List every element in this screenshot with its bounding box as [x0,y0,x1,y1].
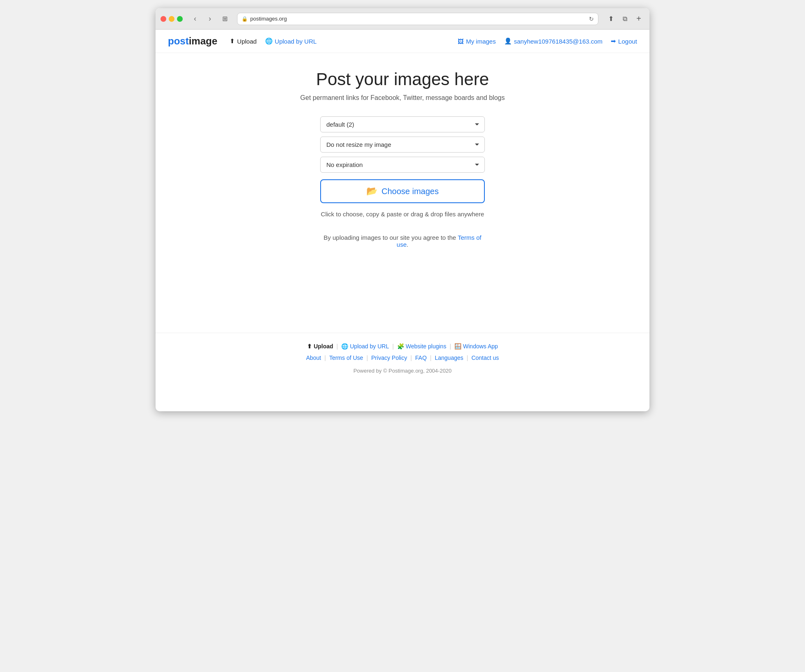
upload-url-nav-link[interactable]: 🌐 Upload by URL [265,37,317,45]
footer-terms-label: Terms of Use [329,355,363,361]
footer-languages-label: Languages [435,355,463,361]
terms-text: By uploading images to our site you agre… [320,234,485,248]
footer-windows-label: Windows App [463,343,498,350]
lock-icon: 🔒 [242,16,248,22]
my-images-link[interactable]: 🖼 My images [458,38,496,45]
terms-suffix: . [407,241,408,248]
footer-privacy-label: Privacy Policy [371,355,407,361]
drag-drop-text: Click to choose, copy & paste or drag & … [321,211,484,218]
site-nav: postimage ⬆ Upload 🌐 Upload by URL 🖼 My … [156,30,649,53]
logout-icon: ➡ [611,37,616,45]
main-content: Post your images here Get permanent link… [156,53,649,333]
footer-upload-label: Upload [314,343,333,350]
tabs-button[interactable]: ⧉ [619,13,631,25]
footer-sub-sep-4: | [430,355,432,361]
footer-terms-link[interactable]: Terms of Use [329,355,363,361]
share-button[interactable]: ⬆ [605,13,617,25]
footer-sub-sep-1: | [324,355,326,361]
footer-upload-url-link[interactable]: 🌐 Upload by URL [341,343,389,350]
page-content: postimage ⬆ Upload 🌐 Upload by URL 🖼 My … [156,30,649,384]
url-text: postimages.org [250,16,287,22]
footer-faq-link[interactable]: FAQ [415,355,427,361]
footer-sub-sep-2: | [366,355,368,361]
footer-sub-sep-5: | [467,355,468,361]
footer-privacy-link[interactable]: Privacy Policy [371,355,407,361]
browser-actions: ⬆ ⧉ + [605,13,644,25]
expiration-select[interactable]: No expiration 1 hour 1 day 1 week 1 mont… [320,157,485,173]
back-button[interactable]: ‹ [189,13,201,25]
page-title: Post your images here [164,70,641,89]
user-email: sanyhew1097618435@163.com [514,38,603,45]
user-icon: 👤 [504,37,512,45]
footer-windows-link[interactable]: 🪟 Windows App [454,343,498,350]
sidebar-toggle-button[interactable]: ⊞ [219,13,230,25]
footer-sep-3: | [449,343,451,350]
choose-images-label: Choose images [382,187,439,196]
folder-icon: 📂 [366,186,377,197]
footer-powered: Powered by © Postimage.org, 2004-2020 [164,368,641,374]
choose-images-button[interactable]: 📂 Choose images [320,179,485,203]
footer-contact-label: Contact us [471,355,499,361]
user-email-link[interactable]: 👤 sanyhew1097618435@163.com [504,37,603,45]
footer-plugins-label: Website plugins [406,343,447,350]
footer-upload-link[interactable]: ⬆ Upload [307,343,333,350]
logo-image: image [189,35,217,47]
globe-icon: 🌐 [265,37,273,45]
traffic-lights [161,16,183,22]
logout-label: Logout [618,38,637,45]
footer-sub-sep-3: | [410,355,412,361]
upload-nav-label: Upload [237,38,257,45]
footer-languages-link[interactable]: Languages [435,355,463,361]
reload-button[interactable]: ↻ [589,16,594,22]
footer-plugins-icon: 🧩 [397,343,404,350]
maximize-button[interactable] [177,16,183,22]
footer-about-link[interactable]: About [306,355,321,361]
footer-sep-2: | [392,343,394,350]
terms-prefix: By uploading images to our site you agre… [323,234,456,241]
footer-sep-1: | [337,343,338,350]
footer-windows-icon: 🪟 [454,343,461,350]
close-button[interactable] [161,16,166,22]
upload-nav-link[interactable]: ⬆ Upload [230,37,257,45]
address-bar: 🔒 postimages.org ↻ [237,13,598,25]
forward-button[interactable]: › [204,13,216,25]
footer-sub-links: About | Terms of Use | Privacy Policy | … [164,355,641,361]
resize-select[interactable]: Do not resize my image 320x240 640x480 8… [320,137,485,153]
logo-link[interactable]: postimage [168,35,217,47]
footer-contact-link[interactable]: Contact us [471,355,499,361]
upload-url-nav-label: Upload by URL [275,38,317,45]
browser-window: ‹ › ⊞ 🔒 postimages.org ↻ ⬆ ⧉ + postimage… [156,8,649,411]
footer-upload-url-label: Upload by URL [350,343,389,350]
site-footer: ⬆ Upload | 🌐 Upload by URL | 🧩 Website p… [156,333,649,384]
logout-link[interactable]: ➡ Logout [611,37,637,45]
upload-controls: default (2) No gallery New gallery Do no… [320,116,485,248]
footer-faq-label: FAQ [415,355,427,361]
footer-main-links: ⬆ Upload | 🌐 Upload by URL | 🧩 Website p… [164,343,641,350]
my-images-label: My images [466,38,496,45]
nav-right: 🖼 My images 👤 sanyhew1097618435@163.com … [458,37,637,45]
logo-post: post [168,35,189,47]
footer-about-label: About [306,355,321,361]
footer-upload-icon: ⬆ [307,343,312,350]
upload-icon: ⬆ [230,37,235,45]
minimize-button[interactable] [169,16,174,22]
images-icon: 🖼 [458,38,464,45]
page-subtitle: Get permanent links for Facebook, Twitte… [164,94,641,102]
footer-globe-icon: 🌐 [341,343,348,350]
title-bar: ‹ › ⊞ 🔒 postimages.org ↻ ⬆ ⧉ + [156,8,649,30]
gallery-select[interactable]: default (2) No gallery New gallery [320,116,485,132]
new-tab-button[interactable]: + [633,13,644,25]
footer-plugins-link[interactable]: 🧩 Website plugins [397,343,447,350]
